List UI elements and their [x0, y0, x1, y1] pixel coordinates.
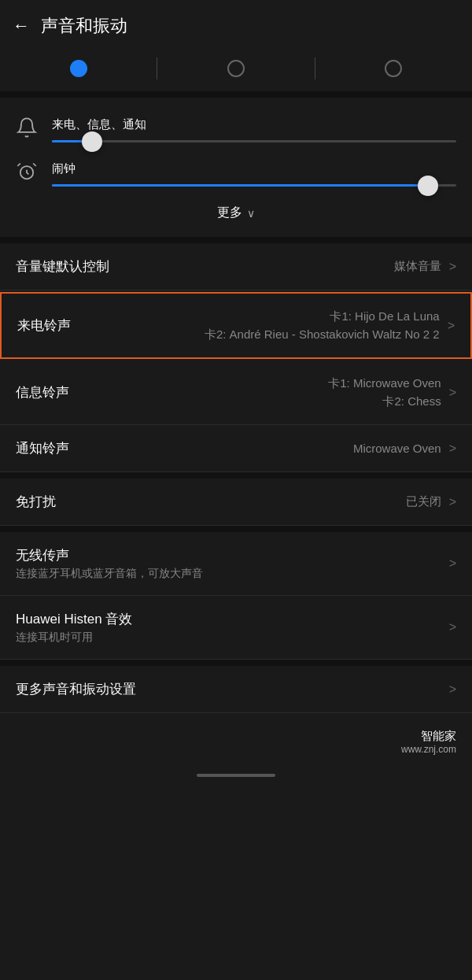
ringtone-row[interactable]: 来电铃声 卡1: Hijo De La Luna 卡2: André Rieu … [0, 292, 472, 359]
back-button[interactable]: ← [13, 16, 30, 36]
more-sound-chevron-icon: > [449, 682, 456, 697]
tab-row [0, 49, 472, 91]
bell-icon [16, 116, 44, 143]
wireless-sublabel: 连接蓝牙耳机或蓝牙音箱，可放大声音 [16, 567, 203, 581]
watermark: 智能家 www.znj.com [0, 713, 472, 763]
message-tone-card1: 卡1: Microwave Oven [328, 375, 441, 393]
more-sound-label: 更多声音和振动设置 [16, 680, 136, 698]
histen-label-wrap: Huawei Histen 音效 连接耳机时可用 [16, 610, 132, 645]
settings-section: 音量键默认控制 媒体音量 > 来电铃声 卡1: Hijo De La Luna … [0, 243, 472, 472]
audio-section: 无线传声 连接蓝牙耳机或蓝牙音箱，可放大声音 > Huawei Histen 音… [0, 532, 472, 660]
section-divider-4 [0, 660, 472, 666]
notification-tone-value: Microwave Oven [353, 442, 441, 455]
volume-key-control-value: 媒体音量 [394, 259, 441, 274]
incoming-volume-control: 来电、信息、通知 [44, 117, 456, 142]
incoming-volume-label: 来电、信息、通知 [52, 117, 456, 132]
page-title: 声音和振动 [41, 14, 127, 38]
histen-sublabel: 连接耳机时可用 [16, 631, 132, 645]
wireless-label: 无线传声 [16, 546, 203, 564]
message-tone-card2: 卡2: Chess [328, 393, 441, 411]
message-tone-label: 信息铃声 [16, 383, 69, 401]
histen-chevron-icon: > [449, 620, 456, 634]
tab-3-dot [385, 60, 402, 77]
wireless-right: > [203, 557, 456, 571]
ringtone-card1: 卡1: Hijo De La Luna [205, 308, 440, 326]
tab-2-dot [227, 60, 245, 77]
dnd-chevron-icon: > [449, 495, 456, 509]
alarm-volume-control: 闹钟 [44, 161, 456, 187]
alarm-volume-row: 闹钟 [16, 150, 456, 194]
bottom-bar [0, 763, 472, 785]
incoming-slider-track[interactable] [52, 140, 456, 142]
volume-section: 来电、信息、通知 闹钟 更多 ∨ [0, 98, 472, 237]
alarm-icon [16, 161, 44, 187]
volume-key-control-label: 音量键默认控制 [16, 257, 109, 276]
more-label: 更多 [217, 205, 242, 221]
header: ← 声音和振动 [0, 0, 472, 49]
alarm-slider-track[interactable] [52, 184, 456, 187]
ringtone-chevron-icon: > [448, 319, 455, 333]
dnd-right: 已关闭 > [56, 494, 456, 509]
section-divider-3 [0, 526, 472, 532]
volume-key-control-right: 媒体音量 > [109, 259, 456, 274]
histen-right: > [132, 620, 456, 634]
message-tone-chevron-icon: > [449, 386, 456, 400]
volume-key-control-chevron-icon: > [449, 260, 456, 274]
message-tone-right: 卡1: Microwave Oven 卡2: Chess > [69, 375, 456, 410]
watermark-main: 智能家 [421, 729, 456, 744]
notification-tone-chevron-icon: > [449, 442, 456, 456]
tab-1[interactable] [0, 57, 157, 80]
wireless-chevron-icon: > [449, 557, 456, 571]
ringtone-card2: 卡2: André Rieu - Shostakovich Waltz No 2… [205, 326, 440, 344]
dnd-value: 已关闭 [406, 494, 441, 509]
tab-3[interactable] [315, 57, 472, 80]
more-chevron-icon: ∨ [247, 207, 255, 220]
alarm-slider-thumb[interactable] [418, 176, 438, 196]
notification-tone-right: Microwave Oven > [69, 442, 456, 456]
section-divider-top [0, 91, 472, 98]
incoming-volume-row: 来电、信息、通知 [16, 105, 456, 150]
alarm-volume-label: 闹钟 [52, 161, 456, 176]
alarm-slider-fill [52, 184, 428, 187]
histen-row[interactable]: Huawei Histen 音效 连接耳机时可用 > [0, 596, 472, 660]
section-divider-2 [0, 472, 472, 479]
histen-label: Huawei Histen 音效 [16, 610, 132, 628]
more-sound-section: 更多声音和振动设置 > [0, 666, 472, 713]
ringtone-label: 来电铃声 [17, 316, 71, 335]
volume-key-control-row[interactable]: 音量键默认控制 媒体音量 > [0, 243, 472, 290]
message-tone-value: 卡1: Microwave Oven 卡2: Chess [328, 375, 441, 410]
section-divider-mid [0, 237, 472, 243]
bottom-indicator [197, 774, 275, 777]
incoming-slider-thumb[interactable] [82, 131, 102, 152]
watermark-sub: www.znj.com [401, 744, 456, 755]
more-sound-row[interactable]: 更多声音和振动设置 > [0, 666, 472, 713]
wireless-label-wrap: 无线传声 连接蓝牙耳机或蓝牙音箱，可放大声音 [16, 546, 203, 581]
notification-tone-row[interactable]: 通知铃声 Microwave Oven > [0, 425, 472, 472]
dnd-section: 免打扰 已关闭 > [0, 479, 472, 526]
tab-1-dot [70, 60, 87, 77]
ringtone-right: 卡1: Hijo De La Luna 卡2: André Rieu - Sho… [71, 308, 455, 343]
notification-tone-label: 通知铃声 [16, 439, 69, 457]
tab-2[interactable] [157, 57, 314, 80]
ringtone-value: 卡1: Hijo De La Luna 卡2: André Rieu - Sho… [205, 308, 440, 343]
message-tone-row[interactable]: 信息铃声 卡1: Microwave Oven 卡2: Chess > [0, 361, 472, 425]
more-sound-right: > [136, 682, 456, 697]
wireless-row[interactable]: 无线传声 连接蓝牙耳机或蓝牙音箱，可放大声音 > [0, 532, 472, 596]
more-row[interactable]: 更多 ∨ [16, 194, 456, 229]
dnd-label: 免打扰 [16, 493, 56, 511]
dnd-row[interactable]: 免打扰 已关闭 > [0, 479, 472, 526]
